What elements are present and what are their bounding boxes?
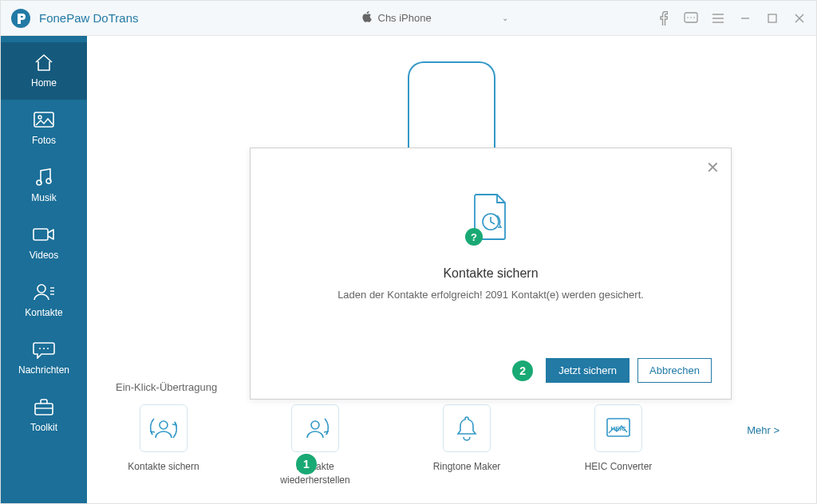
- device-selector[interactable]: Chs iPhone ⌄: [362, 11, 508, 25]
- modal-title: Kontakte sichern: [270, 266, 712, 281]
- svg-point-26: [160, 421, 168, 429]
- sidebar-item-label: Videos: [30, 250, 58, 261]
- svg-point-22: [43, 348, 45, 349]
- svg-point-21: [39, 348, 41, 349]
- toolkit-icon: [32, 396, 56, 417]
- sidebar-item-label: Fotos: [32, 135, 56, 146]
- device-name: Chs iPhone: [378, 12, 432, 24]
- sidebar-item-musik[interactable]: Musik: [1, 157, 87, 215]
- maximize-icon[interactable]: [765, 11, 780, 26]
- messages-icon: [32, 339, 56, 360]
- sidebar-item-fotos[interactable]: Fotos: [1, 100, 87, 157]
- grid-item-kontakte-sichern[interactable]: Kontakte sichern: [116, 404, 211, 474]
- close-icon[interactable]: [792, 11, 807, 26]
- ringtone-icon: [443, 404, 491, 452]
- main-content: Ein-Klick-Übertragung Kontakte sichern K…: [87, 36, 816, 503]
- cancel-button[interactable]: Abbrechen: [637, 358, 712, 383]
- grid-item-heic-converter[interactable]: HEIC HEIC Converter: [570, 404, 666, 474]
- file-clock-icon: ?: [472, 193, 510, 244]
- music-icon: [32, 167, 56, 187]
- feedback-icon[interactable]: [684, 11, 698, 26]
- sidebar-item-label: Musik: [31, 192, 56, 203]
- svg-point-17: [37, 285, 45, 293]
- sidebar-item-label: Toolkit: [30, 422, 57, 433]
- svg-rect-9: [768, 14, 776, 22]
- home-icon: [32, 52, 56, 73]
- grid-item-ringtone-maker[interactable]: Ringtone Maker: [419, 404, 515, 474]
- sidebar-item-label: Kontakte: [25, 307, 62, 318]
- video-icon: [32, 224, 56, 245]
- minimize-icon[interactable]: [738, 11, 752, 26]
- logo-icon: [10, 8, 31, 29]
- backup-contacts-icon: [140, 404, 187, 452]
- apple-icon: [362, 11, 372, 25]
- app-title: FonePaw DoTrans: [39, 11, 139, 25]
- sidebar-item-kontakte[interactable]: Kontakte: [1, 272, 87, 329]
- annotation-step-2: 2: [512, 360, 533, 381]
- sidebar-item-label: Home: [31, 77, 57, 89]
- titlebar: FonePaw DoTrans Chs iPhone ⌄: [1, 1, 816, 36]
- annotation-step-1: 1: [296, 454, 317, 474]
- svg-point-27: [311, 421, 319, 429]
- app-logo: FonePaw DoTrans: [10, 8, 139, 29]
- contacts-icon: [32, 282, 56, 302]
- restore-contacts-icon: [291, 404, 339, 452]
- grid-item-kontakte-wiederherstellen[interactable]: Kontakte wiederherstellen: [267, 404, 363, 487]
- svg-rect-16: [34, 229, 48, 240]
- svg-point-13: [38, 116, 41, 119]
- facebook-icon[interactable]: [657, 11, 671, 26]
- sidebar-item-nachrichten[interactable]: Nachrichten: [1, 329, 87, 387]
- menu-icon[interactable]: [711, 11, 725, 26]
- svg-point-4: [693, 17, 695, 18]
- svg-rect-24: [35, 404, 53, 415]
- grid-item-label: Kontakte sichern: [128, 460, 199, 474]
- sidebar-item-toolkit[interactable]: Toolkit: [1, 387, 87, 444]
- modal-description: Laden der Kontakte erfolgreich! 2091 Kon…: [270, 289, 712, 301]
- sidebar-item-videos[interactable]: Videos: [1, 215, 87, 272]
- svg-point-2: [687, 17, 689, 18]
- more-link[interactable]: Mehr >: [747, 424, 787, 468]
- photo-icon: [32, 109, 56, 130]
- sidebar-item-label: Nachrichten: [18, 364, 69, 376]
- svg-point-23: [47, 348, 49, 349]
- backup-now-button[interactable]: Jetzt sichern: [546, 358, 630, 383]
- backup-modal: ✕ ? Kontakte sichern Laden der Kontakte …: [250, 148, 732, 400]
- quick-actions-grid: Kontakte sichern Kontakte wiederherstell…: [116, 404, 787, 487]
- chevron-down-icon: ⌄: [502, 14, 508, 22]
- grid-item-label: HEIC Converter: [585, 460, 653, 474]
- modal-actions: 2 Jetzt sichern Abbrechen: [270, 358, 712, 383]
- sidebar-item-home[interactable]: Home: [1, 42, 87, 100]
- grid-item-label: Ringtone Maker: [433, 460, 501, 474]
- heic-icon: HEIC: [594, 404, 642, 452]
- modal-close-icon[interactable]: ✕: [706, 158, 720, 177]
- svg-point-3: [690, 17, 692, 18]
- question-badge-icon: ?: [465, 228, 483, 246]
- modal-illustration: ?: [270, 193, 712, 244]
- sidebar: Home Fotos Musik Videos: [1, 36, 87, 503]
